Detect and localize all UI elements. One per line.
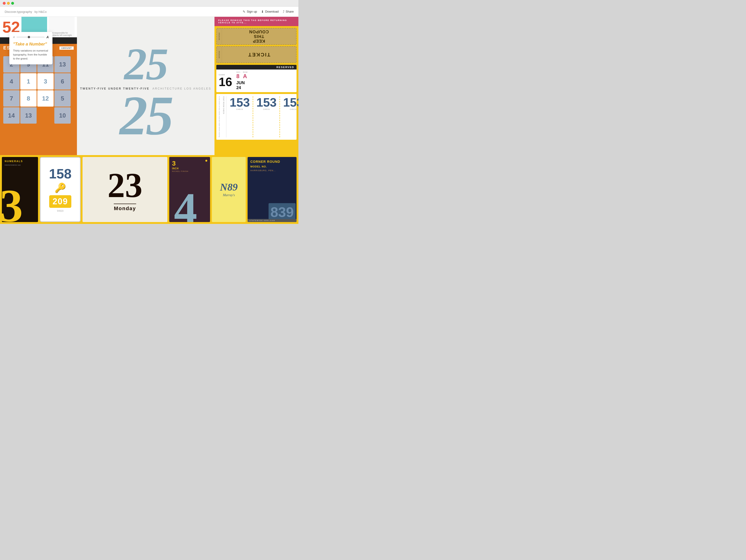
ticket-stub-2: 952638 TICKET — [216, 46, 296, 63]
nickel-finish-label: NICKEL FINISH — [172, 170, 207, 172]
address-number-209: 209 — [49, 195, 71, 208]
ticket-serial: 952638 — [217, 47, 222, 62]
pencil-icon: ✎ — [243, 10, 246, 13]
puzzle-grid: 2 9 11 13 4 1 3 6 7 8 12 5 14 13 10 — [3, 56, 74, 123]
amount-label: AMOUNT — [59, 47, 74, 50]
row-value: A — [243, 73, 248, 80]
numerals-block: NUMERALS interior/exterior use 3 — [2, 157, 38, 222]
reserved-details: SEC. 8 ROW A JUN24 — [236, 72, 248, 90]
center-23-block: 23 Monday — [83, 157, 167, 222]
big-numbers-area: 25 TWENTY-FIVE UNDER TWENTY-FIVE ARCHITE… — [77, 17, 214, 161]
puzzle-cell: 3 — [37, 73, 54, 89]
main-content: A A "Take a Number" Thirty variations on… — [0, 17, 298, 224]
share-button[interactable]: ⤴ Share — [283, 10, 294, 13]
sec-row-info: SEC. 8 ROW A — [236, 72, 248, 80]
coupon-main: KEEPTHISCOUPON — [222, 28, 296, 45]
slider-track[interactable] — [17, 37, 45, 37]
traffic-lights — [3, 2, 14, 5]
slider-label-right: A — [47, 35, 49, 39]
coat-num-value-2: 153 — [256, 96, 277, 108]
navbar: Discover.typography by H&Co ✎ Sign up ⬇ … — [0, 6, 298, 17]
signup-button[interactable]: ✎ Sign up — [243, 10, 257, 13]
puzzle-cell: 5 — [54, 90, 70, 107]
reserved-icon-area: GAME 16 — [219, 74, 232, 88]
interior-label: interior/exterior use — [5, 164, 35, 166]
coat-check-badge-3: CHECK — [290, 108, 297, 110]
reserved-header: RESERVED — [216, 65, 296, 69]
address-number-158: 158 — [49, 167, 71, 180]
download-button[interactable]: ⬇ Download — [261, 10, 279, 13]
coat-check-badge-2: CHECK — [263, 108, 270, 110]
slider-container[interactable]: A A — [13, 35, 49, 39]
big-three: 3 — [2, 185, 23, 222]
slider-thumb[interactable] — [28, 36, 30, 38]
share-icon: ⤴ — [283, 10, 284, 13]
game-number: 16 — [219, 76, 232, 88]
corner-block: CORNER ROUND MODEL No. HARRISBURG, PEN..… — [248, 157, 296, 222]
reserved-body: GAME 16 SEC. 8 ROW A JUN24 — [216, 69, 296, 92]
big-number-bottom: 25 — [120, 92, 172, 139]
murray-block: N89 Murray's — [212, 157, 246, 222]
number-23: 23 — [108, 168, 142, 203]
inch-label: INCH — [172, 167, 207, 170]
tickets-row: 952638 KEEPTHISCOUPON 952638 TICKET — [214, 28, 298, 63]
puzzle-cell: 7 — [3, 90, 20, 107]
inch-3: 3 — [172, 160, 207, 167]
puzzle-cell: 13 — [20, 107, 37, 123]
coupon-ticket: 952638 KEEPTHISCOUPON — [216, 28, 296, 45]
row-label: ROW — [243, 72, 248, 73]
model-no: MODEL No. — [250, 165, 294, 168]
tooltip-title: "Take a Number" — [13, 42, 49, 47]
address-sign-158: 158 🔑 209 94920 — [40, 157, 81, 222]
ticket-main: TICKET — [222, 50, 296, 59]
coat-number-1: 153 CHECK — [227, 96, 253, 137]
ticket-text: TICKET — [248, 52, 270, 57]
minimize-button[interactable] — [7, 2, 10, 5]
puzzle-cell: 12 — [37, 90, 54, 107]
pink-banner: PLEASE REMOVE THIS TAG BEFORE RETURNING … — [214, 17, 298, 26]
murrays-text: Murray's — [223, 193, 235, 197]
puzzle-cell: 1 — [20, 73, 37, 89]
title-bar — [0, 0, 298, 6]
big-four: 4 — [174, 189, 197, 222]
statewide-text: STATEWIDE AMALGAM — [250, 220, 295, 221]
puzzle-cell-empty — [37, 107, 54, 123]
statewide-banner: STATEWIDE AMALGAM — [248, 219, 296, 222]
tooltip-card: A A "Take a Number" Thirty variations on… — [9, 32, 53, 64]
row-col: ROW A — [243, 72, 248, 80]
corner-title: CORNER ROUND — [250, 160, 294, 164]
coat-num-value-3: 153 — [283, 96, 298, 108]
address-small-text: 94920 — [57, 210, 64, 212]
tooltip-description: Thirty variations on numerical typograph… — [13, 49, 49, 61]
harrisburg-text: HARRISBURG, PEN... — [250, 169, 294, 172]
reserved-block: RESERVED GAME 16 SEC. 8 ROW A — [216, 65, 296, 92]
coat-number-3: 153 CHECK — [281, 96, 298, 137]
coupon-serial: 952638 — [217, 28, 222, 44]
sec-label: SEC. — [236, 72, 241, 73]
brand: Discover.typography by H&Co — [5, 9, 47, 13]
maximize-button[interactable] — [11, 2, 14, 5]
coat-num-value: 153 — [230, 96, 250, 108]
close-button[interactable] — [3, 2, 6, 5]
sec-value: 8 — [236, 73, 241, 80]
puzzle-cell: 4 — [3, 73, 20, 89]
coat-check-label: COAT ROOM CHECK In the event of loss cla… — [218, 96, 226, 137]
date-value: JUN24 — [236, 81, 248, 90]
inch-header: 3 INCH NICKEL FINISH — [172, 160, 207, 172]
numerals-label: NUMERALS — [5, 160, 35, 163]
puzzle-cell: 6 — [54, 73, 70, 89]
slider-label-left: A — [13, 36, 15, 38]
inch-block: 3 INCH NICKEL FINISH 4 — [169, 157, 210, 222]
puzzle-cell: 10 — [54, 107, 70, 123]
monday-label: Monday — [114, 204, 136, 212]
navbar-actions: ✎ Sign up ⬇ Download ⤴ Share — [243, 10, 294, 13]
inch-dot — [205, 160, 207, 162]
coat-check-badge: CHECK — [236, 108, 243, 110]
sec-col: SEC. 8 — [236, 72, 241, 80]
puzzle-cell: 13 — [54, 56, 70, 73]
number-839: 839 — [268, 203, 296, 221]
coupon-text: KEEPTHISCOUPON — [249, 29, 269, 43]
puzzle-cell: 8 — [20, 90, 37, 107]
big-number-top: 25 — [124, 44, 167, 85]
n89-text: N89 — [220, 182, 238, 192]
